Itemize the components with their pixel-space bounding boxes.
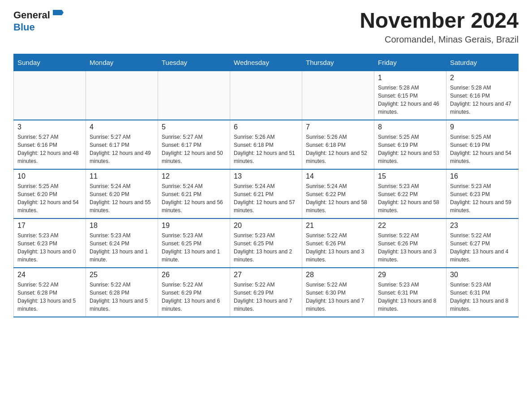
day-number: 7	[306, 123, 370, 131]
day-cell: 3Sunrise: 5:27 AM Sunset: 6:16 PM Daylig…	[14, 120, 86, 169]
day-number: 11	[90, 172, 154, 180]
page-header: General Blue November 2024 Coromandel, M…	[13, 9, 519, 45]
day-number: 12	[162, 172, 226, 180]
day-info: Sunrise: 5:27 AM Sunset: 6:16 PM Dayligh…	[17, 134, 79, 164]
day-cell: 25Sunrise: 5:22 AM Sunset: 6:28 PM Dayli…	[86, 268, 158, 317]
day-info: Sunrise: 5:23 AM Sunset: 6:22 PM Dayligh…	[378, 183, 439, 214]
title-area: November 2024 Coromandel, Minas Gerais, …	[360, 9, 519, 45]
day-cell: 10Sunrise: 5:25 AM Sunset: 6:20 PM Dayli…	[14, 169, 86, 218]
day-cell: 2Sunrise: 5:28 AM Sunset: 6:16 PM Daylig…	[446, 71, 519, 120]
day-cell	[158, 71, 230, 120]
day-cell: 30Sunrise: 5:23 AM Sunset: 6:31 PM Dayli…	[446, 268, 519, 317]
day-cell: 17Sunrise: 5:23 AM Sunset: 6:23 PM Dayli…	[14, 218, 86, 268]
week-row-1: 3Sunrise: 5:27 AM Sunset: 6:16 PM Daylig…	[14, 120, 519, 169]
day-number: 14	[306, 172, 370, 180]
day-info: Sunrise: 5:22 AM Sunset: 6:29 PM Dayligh…	[234, 282, 292, 312]
calendar-header: SundayMondayTuesdayWednesdayThursdayFrid…	[14, 54, 519, 71]
header-tuesday: Tuesday	[158, 54, 230, 71]
day-info: Sunrise: 5:22 AM Sunset: 6:27 PM Dayligh…	[450, 232, 508, 263]
day-info: Sunrise: 5:22 AM Sunset: 6:26 PM Dayligh…	[378, 232, 436, 263]
day-info: Sunrise: 5:25 AM Sunset: 6:20 PM Dayligh…	[17, 183, 79, 214]
day-number: 30	[450, 271, 515, 279]
day-number: 23	[450, 222, 515, 230]
day-number: 17	[17, 222, 82, 230]
day-info: Sunrise: 5:22 AM Sunset: 6:28 PM Dayligh…	[90, 282, 148, 312]
day-info: Sunrise: 5:24 AM Sunset: 6:20 PM Dayligh…	[90, 183, 151, 214]
day-cell: 23Sunrise: 5:22 AM Sunset: 6:27 PM Dayli…	[446, 218, 519, 268]
day-number: 10	[17, 172, 82, 180]
day-number: 13	[234, 172, 298, 180]
day-cell: 21Sunrise: 5:22 AM Sunset: 6:26 PM Dayli…	[302, 218, 374, 268]
day-info: Sunrise: 5:23 AM Sunset: 6:25 PM Dayligh…	[162, 232, 220, 263]
day-cell	[86, 71, 158, 120]
day-cell: 11Sunrise: 5:24 AM Sunset: 6:20 PM Dayli…	[86, 169, 158, 218]
day-cell: 13Sunrise: 5:24 AM Sunset: 6:21 PM Dayli…	[230, 169, 302, 218]
calendar-table: SundayMondayTuesdayWednesdayThursdayFrid…	[13, 54, 519, 318]
day-number: 26	[162, 271, 226, 279]
day-number: 21	[306, 222, 370, 230]
day-cell: 5Sunrise: 5:27 AM Sunset: 6:17 PM Daylig…	[158, 120, 230, 169]
day-number: 6	[234, 123, 298, 131]
day-info: Sunrise: 5:23 AM Sunset: 6:25 PM Dayligh…	[234, 232, 292, 263]
day-number: 2	[450, 74, 515, 82]
day-cell: 26Sunrise: 5:22 AM Sunset: 6:29 PM Dayli…	[158, 268, 230, 317]
day-info: Sunrise: 5:22 AM Sunset: 6:29 PM Dayligh…	[162, 282, 220, 312]
day-cell: 14Sunrise: 5:24 AM Sunset: 6:22 PM Dayli…	[302, 169, 374, 218]
day-info: Sunrise: 5:27 AM Sunset: 6:17 PM Dayligh…	[90, 134, 151, 164]
day-info: Sunrise: 5:23 AM Sunset: 6:24 PM Dayligh…	[90, 232, 148, 263]
day-cell: 18Sunrise: 5:23 AM Sunset: 6:24 PM Dayli…	[86, 218, 158, 268]
header-monday: Monday	[86, 54, 158, 71]
day-cell: 16Sunrise: 5:23 AM Sunset: 6:23 PM Dayli…	[446, 169, 519, 218]
day-number: 29	[378, 271, 442, 279]
day-info: Sunrise: 5:26 AM Sunset: 6:18 PM Dayligh…	[234, 134, 295, 164]
header-sunday: Sunday	[14, 54, 86, 71]
day-number: 20	[234, 222, 298, 230]
week-row-0: 1Sunrise: 5:28 AM Sunset: 6:15 PM Daylig…	[14, 71, 519, 120]
day-cell	[302, 71, 374, 120]
day-info: Sunrise: 5:28 AM Sunset: 6:16 PM Dayligh…	[450, 85, 511, 115]
day-info: Sunrise: 5:24 AM Sunset: 6:21 PM Dayligh…	[162, 183, 223, 214]
day-info: Sunrise: 5:27 AM Sunset: 6:17 PM Dayligh…	[162, 134, 223, 164]
day-cell: 24Sunrise: 5:22 AM Sunset: 6:28 PM Dayli…	[14, 268, 86, 317]
day-number: 16	[450, 172, 515, 180]
day-cell: 12Sunrise: 5:24 AM Sunset: 6:21 PM Dayli…	[158, 169, 230, 218]
day-info: Sunrise: 5:22 AM Sunset: 6:30 PM Dayligh…	[306, 282, 364, 312]
logo: General Blue	[13, 9, 65, 33]
logo-general: General	[13, 9, 50, 21]
day-cell: 1Sunrise: 5:28 AM Sunset: 6:15 PM Daylig…	[374, 71, 446, 120]
day-number: 19	[162, 222, 226, 230]
day-number: 9	[450, 123, 515, 131]
week-row-4: 24Sunrise: 5:22 AM Sunset: 6:28 PM Dayli…	[14, 268, 519, 317]
day-cell: 27Sunrise: 5:22 AM Sunset: 6:29 PM Dayli…	[230, 268, 302, 317]
day-cell: 28Sunrise: 5:22 AM Sunset: 6:30 PM Dayli…	[302, 268, 374, 317]
day-number: 18	[90, 222, 154, 230]
svg-marker-1	[62, 10, 64, 15]
day-info: Sunrise: 5:22 AM Sunset: 6:28 PM Dayligh…	[17, 282, 76, 312]
day-cell: 7Sunrise: 5:26 AM Sunset: 6:18 PM Daylig…	[302, 120, 374, 169]
day-number: 4	[90, 123, 154, 131]
day-cell: 22Sunrise: 5:22 AM Sunset: 6:26 PM Dayli…	[374, 218, 446, 268]
header-thursday: Thursday	[302, 54, 374, 71]
day-info: Sunrise: 5:25 AM Sunset: 6:19 PM Dayligh…	[450, 134, 511, 164]
day-number: 27	[234, 271, 298, 279]
logo-blue: Blue	[13, 21, 35, 33]
day-cell: 6Sunrise: 5:26 AM Sunset: 6:18 PM Daylig…	[230, 120, 302, 169]
svg-marker-0	[53, 10, 62, 15]
day-info: Sunrise: 5:23 AM Sunset: 6:31 PM Dayligh…	[450, 282, 508, 312]
header-row: SundayMondayTuesdayWednesdayThursdayFrid…	[14, 54, 519, 71]
day-cell: 8Sunrise: 5:25 AM Sunset: 6:19 PM Daylig…	[374, 120, 446, 169]
day-cell: 29Sunrise: 5:23 AM Sunset: 6:31 PM Dayli…	[374, 268, 446, 317]
day-info: Sunrise: 5:23 AM Sunset: 6:31 PM Dayligh…	[378, 282, 436, 312]
day-info: Sunrise: 5:22 AM Sunset: 6:26 PM Dayligh…	[306, 232, 364, 263]
day-number: 22	[378, 222, 442, 230]
day-number: 8	[378, 123, 442, 131]
day-cell	[230, 71, 302, 120]
day-info: Sunrise: 5:24 AM Sunset: 6:21 PM Dayligh…	[234, 183, 295, 214]
day-info: Sunrise: 5:23 AM Sunset: 6:23 PM Dayligh…	[450, 183, 511, 214]
calendar-body: 1Sunrise: 5:28 AM Sunset: 6:15 PM Daylig…	[14, 71, 519, 317]
header-wednesday: Wednesday	[230, 54, 302, 71]
week-row-2: 10Sunrise: 5:25 AM Sunset: 6:20 PM Dayli…	[14, 169, 519, 218]
day-cell: 19Sunrise: 5:23 AM Sunset: 6:25 PM Dayli…	[158, 218, 230, 268]
day-info: Sunrise: 5:24 AM Sunset: 6:22 PM Dayligh…	[306, 183, 367, 214]
day-info: Sunrise: 5:25 AM Sunset: 6:19 PM Dayligh…	[378, 134, 439, 164]
